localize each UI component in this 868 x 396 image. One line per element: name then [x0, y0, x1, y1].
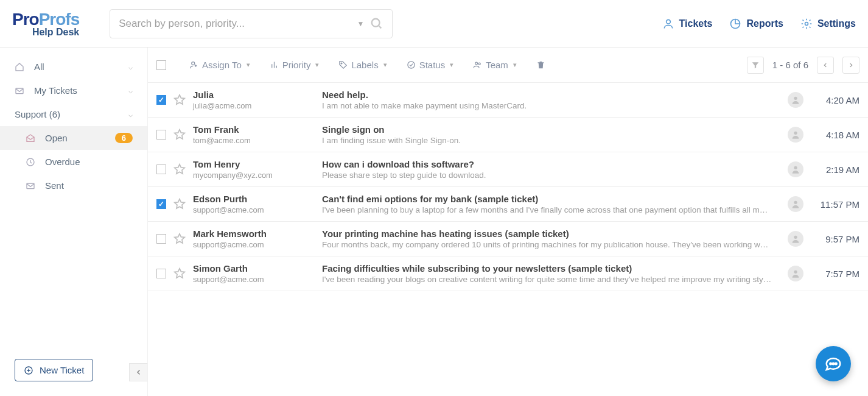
- assign-icon: [189, 60, 198, 69]
- search-box[interactable]: ▼: [110, 9, 393, 38]
- ticket-checkbox[interactable]: [156, 234, 166, 244]
- ticket-row[interactable]: Tom Henry mycompany@xyz.com How can i do…: [148, 152, 868, 187]
- svg-point-10: [341, 63, 343, 64]
- new-ticket-button[interactable]: New Ticket: [15, 359, 93, 381]
- ticket-subject: Need help.: [322, 90, 772, 100]
- ticket-preview: Please share step to step guide to downl…: [322, 171, 772, 180]
- star-icon[interactable]: [173, 94, 186, 106]
- ticket-row[interactable]: Mark Hemsworth support@acme.com Your pri…: [148, 222, 868, 256]
- svg-point-0: [372, 18, 380, 26]
- svg-point-11: [408, 62, 415, 68]
- open-count-badge: 6: [115, 133, 133, 143]
- pager-next-button[interactable]: [842, 57, 859, 74]
- label-icon: [338, 60, 348, 69]
- star-icon[interactable]: [173, 198, 186, 210]
- nav-settings[interactable]: Settings: [800, 18, 856, 30]
- chat-bubble-button[interactable]: [816, 346, 851, 381]
- ticket-subject: How can i download this software?: [322, 159, 772, 169]
- ticket-checkbox[interactable]: [156, 95, 166, 105]
- ticket-sender-email: julia@acme.com: [193, 101, 315, 110]
- user-icon: [662, 18, 674, 30]
- ticket-preview: I am not able to make make payment using…: [322, 101, 772, 110]
- search-input[interactable]: [119, 18, 357, 30]
- sidebar-item-all[interactable]: All ⌵: [0, 55, 147, 79]
- ticket-sender-name: Mark Hemsworth: [193, 228, 315, 239]
- delete-button[interactable]: [528, 57, 554, 73]
- pager-prev-button[interactable]: [817, 57, 834, 74]
- assign-label: Assign To: [202, 60, 242, 70]
- ticket-checkbox[interactable]: [156, 269, 166, 278]
- collapse-sidebar-button[interactable]: [129, 363, 147, 381]
- svg-point-14: [794, 97, 797, 100]
- caret-down-icon: ▾: [247, 61, 250, 69]
- search-dropdown-caret-icon[interactable]: ▼: [357, 19, 364, 28]
- content-area: Assign To▾ Priority▾ Labels▾ Status▾ Tea…: [148, 48, 868, 396]
- assignee-avatar[interactable]: [788, 127, 803, 143]
- chevron-down-icon: ⌵: [128, 63, 133, 71]
- sidebar-item-open[interactable]: Open 6: [0, 126, 147, 150]
- priority-icon: [270, 60, 279, 69]
- caret-down-icon: ▾: [450, 61, 453, 69]
- star-icon[interactable]: [173, 163, 186, 175]
- ticket-row[interactable]: Julia julia@acme.com Need help. I am not…: [148, 83, 868, 118]
- star-icon[interactable]: [173, 129, 186, 141]
- team-dropdown[interactable]: Team▾: [464, 56, 525, 74]
- sidebar-open-label: Open: [45, 133, 68, 143]
- envelope-icon: [15, 86, 27, 96]
- filter-button[interactable]: [747, 57, 764, 74]
- star-icon[interactable]: [173, 267, 186, 280]
- team-label: Team: [486, 60, 508, 70]
- home-icon: [15, 62, 27, 72]
- assign-to-dropdown[interactable]: Assign To▾: [181, 56, 259, 74]
- ticket-time: 4:20 AM: [811, 95, 859, 105]
- ticket-checkbox[interactable]: [156, 199, 166, 209]
- priority-dropdown[interactable]: Priority▾: [261, 56, 328, 74]
- ticket-row[interactable]: Tom Frank tom@acme.com Single sign on I …: [148, 118, 868, 152]
- ticket-sender-name: Edson Purth: [193, 194, 315, 204]
- status-icon: [407, 60, 416, 69]
- ticket-list: Julia julia@acme.com Need help. I am not…: [148, 83, 868, 396]
- ticket-row[interactable]: Simon Garth support@acme.com Facing diff…: [148, 256, 868, 291]
- chevron-down-icon: ⌵: [128, 87, 133, 95]
- sidebar-item-overdue[interactable]: Overdue: [0, 150, 147, 174]
- svg-point-21: [833, 363, 835, 365]
- sidebar-item-mytickets[interactable]: My Tickets ⌵: [0, 79, 147, 102]
- svg-point-17: [794, 201, 797, 204]
- assignee-avatar[interactable]: [788, 92, 803, 108]
- assignee-avatar[interactable]: [788, 196, 803, 212]
- clock-icon: [26, 157, 38, 167]
- svg-point-12: [475, 62, 478, 65]
- filter-icon: [751, 61, 760, 69]
- assignee-avatar[interactable]: [788, 231, 803, 247]
- logo[interactable]: ProProfs Help Desk: [12, 10, 79, 38]
- svg-point-2: [666, 19, 670, 24]
- assignee-avatar[interactable]: [788, 161, 803, 177]
- sidebar: All ⌵ My Tickets ⌵ Support (6) ⌵ Open 6 …: [0, 48, 148, 396]
- ticket-checkbox[interactable]: [156, 130, 166, 140]
- sidebar-item-support[interactable]: Support (6) ⌵: [0, 102, 147, 126]
- select-all-checkbox[interactable]: [156, 60, 166, 70]
- labels-dropdown[interactable]: Labels▾: [330, 56, 395, 74]
- nav-tickets[interactable]: Tickets: [662, 18, 713, 30]
- logo-subtitle: Help Desk: [12, 27, 79, 38]
- nav-reports[interactable]: Reports: [729, 18, 783, 30]
- search-icon[interactable]: [370, 17, 383, 30]
- new-ticket-label: New Ticket: [40, 365, 84, 375]
- caret-down-icon: ▾: [315, 61, 319, 69]
- star-icon[interactable]: [173, 233, 186, 245]
- sidebar-overdue-label: Overdue: [45, 157, 80, 167]
- ticket-preview: I am finding issue with Single Sign-on.: [322, 136, 772, 145]
- ticket-time: 2:19 AM: [811, 164, 859, 175]
- chevron-left-icon: [822, 62, 828, 68]
- status-dropdown[interactable]: Status▾: [398, 56, 463, 74]
- ticket-preview: I've been reading your blogs on creative…: [322, 275, 772, 284]
- ticket-subject: Facing difficulties while subscribing to…: [322, 263, 772, 274]
- team-icon: [473, 60, 482, 69]
- ticket-checkbox[interactable]: [156, 164, 166, 174]
- assignee-avatar[interactable]: [788, 266, 803, 281]
- toolbar: Assign To▾ Priority▾ Labels▾ Status▾ Tea…: [148, 48, 868, 83]
- sidebar-item-sent[interactable]: Sent: [0, 174, 147, 197]
- ticket-row[interactable]: Edson Purth support@acme.com Can't find …: [148, 187, 868, 222]
- ticket-subject: Single sign on: [322, 124, 772, 135]
- ticket-sender-email: support@acme.com: [193, 275, 315, 284]
